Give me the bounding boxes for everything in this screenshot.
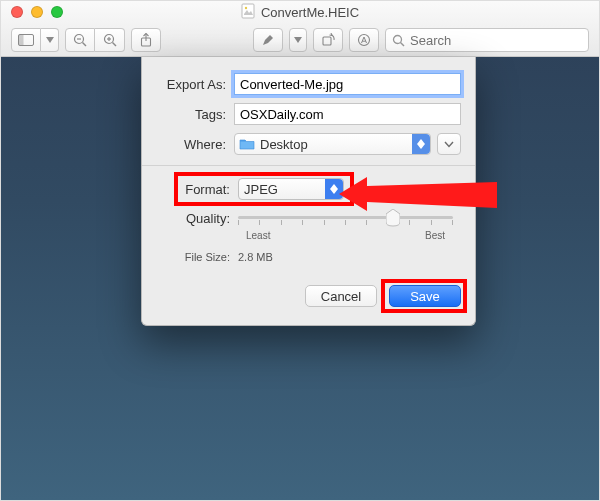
zoom-in-button[interactable]: [95, 28, 125, 52]
quality-slider[interactable]: [238, 208, 453, 228]
where-value: Desktop: [260, 137, 308, 152]
format-label: Format:: [178, 182, 238, 197]
where-popup[interactable]: Desktop: [234, 133, 431, 155]
sidebar-toggle-button[interactable]: [11, 28, 41, 52]
titlebar: ConvertMe.HEIC: [1, 1, 599, 23]
search-icon: [392, 34, 405, 47]
zoom-out-button[interactable]: [65, 28, 95, 52]
quality-max-label: Best: [425, 230, 445, 241]
updown-arrows-icon: [412, 134, 430, 154]
format-value: JPEG: [244, 182, 278, 197]
svg-point-1: [245, 6, 247, 8]
search-input[interactable]: [410, 33, 582, 48]
quality-min-label: Least: [246, 230, 270, 241]
slider-knob[interactable]: [386, 209, 400, 225]
folder-icon: [239, 138, 255, 150]
chevron-down-icon: [444, 141, 454, 148]
document-proxy-icon[interactable]: [241, 3, 255, 22]
markup-button[interactable]: [349, 28, 379, 52]
updown-arrows-icon: [325, 179, 343, 199]
svg-rect-3: [19, 35, 24, 46]
quality-label: Quality:: [178, 211, 238, 226]
format-popup[interactable]: JPEG: [238, 178, 344, 200]
expand-where-button[interactable]: [437, 133, 461, 155]
zoom-window-button[interactable]: [51, 6, 63, 18]
export-as-label: Export As:: [156, 77, 234, 92]
divider: [142, 165, 475, 166]
tags-label: Tags:: [156, 107, 234, 122]
window-title: ConvertMe.HEIC: [261, 5, 359, 20]
svg-line-5: [83, 43, 87, 47]
svg-line-16: [401, 42, 405, 46]
where-label: Where:: [156, 137, 234, 152]
save-sheet: Export As: Tags: Where: Desktop: [141, 57, 476, 326]
toolbar: [1, 23, 599, 57]
svg-line-8: [112, 43, 116, 47]
svg-rect-0: [242, 4, 254, 18]
close-window-button[interactable]: [11, 6, 23, 18]
highlight-tool-button[interactable]: [253, 28, 283, 52]
minimize-window-button[interactable]: [31, 6, 43, 18]
file-size-label: File Size:: [178, 251, 238, 263]
share-button[interactable]: [131, 28, 161, 52]
svg-point-15: [394, 35, 402, 43]
file-size-value: 2.8 MB: [238, 251, 273, 263]
window-chrome: ConvertMe.HEIC: [1, 1, 599, 57]
sidebar-menu-button[interactable]: [41, 28, 59, 52]
tags-input[interactable]: [234, 103, 461, 125]
export-as-input[interactable]: [234, 73, 461, 95]
cancel-button[interactable]: Cancel: [305, 285, 377, 307]
highlight-menu-button[interactable]: [289, 28, 307, 52]
svg-rect-13: [323, 37, 331, 45]
rotate-button[interactable]: [313, 28, 343, 52]
save-button[interactable]: Save: [389, 285, 461, 307]
search-field[interactable]: [385, 28, 589, 52]
